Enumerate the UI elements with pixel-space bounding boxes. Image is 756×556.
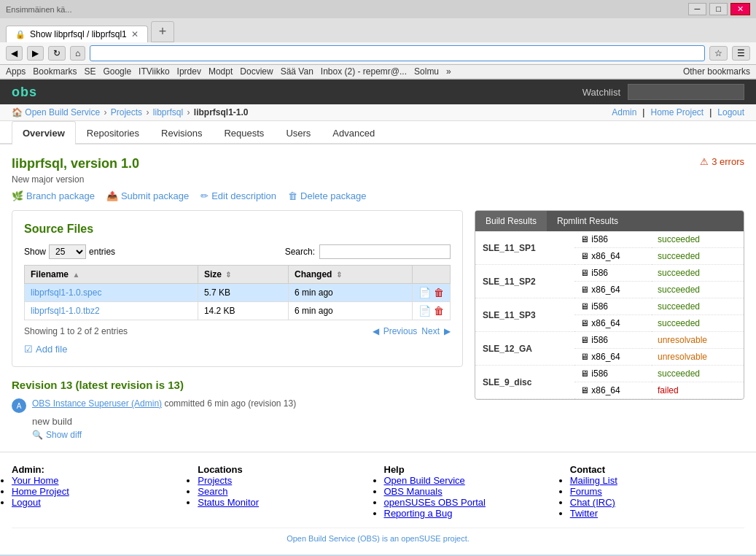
menu-btn[interactable]: ☰ <box>732 46 750 61</box>
minimize-btn[interactable]: ─ <box>688 3 707 15</box>
footer-link-mailing[interactable]: Mailing List <box>570 475 617 486</box>
files-search-input[interactable] <box>319 244 451 259</box>
breadcrumb-obs[interactable]: Open Build Service <box>25 107 100 117</box>
breadcrumb-home-project[interactable]: Home Project <box>650 107 704 117</box>
showing-text: Showing 1 to 2 of 2 entries <box>24 326 128 336</box>
maximize-btn[interactable]: □ <box>709 3 728 15</box>
bookmark-apps[interactable]: Apps <box>6 66 26 77</box>
nav-bar: ◀ ▶ ↻ ⌂ https://172.17.64.195/package/sh… <box>0 42 756 65</box>
footer-help-title: Help <box>384 464 558 475</box>
col-size[interactable]: Size ⇕ <box>198 266 288 284</box>
footer-link-opensuse-portal[interactable]: openSUSEs OBS Portal <box>384 497 486 508</box>
bookmark-modpt[interactable]: Modpt <box>209 66 233 77</box>
arch-cell: 🖥 x86_64 <box>574 248 652 265</box>
breadcrumb-project[interactable]: libprfsql <box>153 107 183 117</box>
tab-close-btn[interactable]: ✕ <box>131 29 139 39</box>
bookmark-other[interactable]: Other bookmarks <box>683 66 750 77</box>
show-diff-link[interactable]: 🔍 Show diff <box>32 430 463 440</box>
arch-label: i586 <box>591 335 608 345</box>
watchlist-input[interactable] <box>628 84 744 100</box>
back-btn[interactable]: ◀ <box>6 46 23 61</box>
footer-locations-title: Locations <box>198 464 372 475</box>
submit-package-link[interactable]: 📤 Submit package <box>106 190 189 201</box>
prev-label[interactable]: Previous <box>383 326 418 336</box>
rpmlint-results-tab[interactable]: Rpmlint Results <box>547 211 628 231</box>
branch-package-link[interactable]: 🌿 Branch package <box>12 190 95 201</box>
tab-users[interactable]: Users <box>275 121 322 144</box>
footer-link-reporting[interactable]: Reporting a Bug <box>384 508 453 519</box>
col-filename[interactable]: Filename ▲ <box>25 266 198 284</box>
file-link-tbz2[interactable]: libprfsql1-1.0.tbz2 <box>31 306 100 316</box>
bookmark-docview[interactable]: Docview <box>240 66 273 77</box>
footer-link-home-project[interactable]: Home Project <box>12 486 69 497</box>
file-size-cell: 5.7 KB <box>198 284 288 302</box>
revision-author[interactable]: OBS Instance Superuser (Admin) <box>32 398 162 409</box>
delete-package-link[interactable]: 🗑 Delete package <box>288 190 366 201</box>
edit-description-link[interactable]: ✏ Edit description <box>200 190 276 201</box>
next-btn[interactable]: ▶ <box>444 326 451 336</box>
footer-link-obs-manuals[interactable]: OBS Manuals <box>384 486 443 497</box>
revision-entry: A OBS Instance Superuser (Admin) committ… <box>12 398 463 413</box>
footer-link-forums[interactable]: Forums <box>570 486 602 497</box>
new-tab-btn[interactable]: + <box>151 21 175 42</box>
tab-requests[interactable]: Requests <box>213 121 275 144</box>
footer-link-chat[interactable]: Chat (IRC) <box>570 497 615 508</box>
edit-label: Edit description <box>211 190 276 201</box>
bookmark-se[interactable]: SE <box>84 66 96 77</box>
tab-favicon: 🔒 <box>15 30 26 39</box>
breadcrumb-logout[interactable]: Logout <box>717 107 744 117</box>
entries-select[interactable]: 25 50 100 <box>49 244 86 259</box>
files-table: Filename ▲ Size ⇕ Changed ⇕ <box>24 265 451 320</box>
file-size-cell: 14.2 KB <box>198 302 288 320</box>
bookmark-bookmarks[interactable]: Bookmarks <box>33 66 77 77</box>
build-results-tab[interactable]: Build Results <box>475 211 547 231</box>
footer-link-your-home[interactable]: Your Home <box>12 475 59 486</box>
footer-link-twitter[interactable]: Twitter <box>570 508 598 519</box>
file-view-icon[interactable]: 📄 <box>418 287 431 298</box>
close-btn[interactable]: ✕ <box>730 3 750 15</box>
footer-link-status-monitor[interactable]: Status Monitor <box>198 497 259 508</box>
diff-icon: 🔍 <box>32 430 43 440</box>
footer-link-logout[interactable]: Logout <box>12 497 41 508</box>
footer-link-search[interactable]: Search <box>198 486 227 497</box>
status-badge: succeeded <box>658 268 700 278</box>
bookmark-solmu[interactable]: Solmu <box>414 66 439 77</box>
add-file-link[interactable]: ☑ Add file <box>24 344 451 355</box>
address-input[interactable]: https://172.17.64.195/package/show?packa… <box>90 45 705 61</box>
bookmark-itviikko[interactable]: ITViikko <box>139 66 169 77</box>
file-view-icon[interactable]: 📄 <box>418 305 431 317</box>
list-item: Twitter <box>570 508 744 519</box>
tab-advanced[interactable]: Advanced <box>322 121 386 144</box>
bookmark-saa-van[interactable]: Sää Van <box>281 66 313 77</box>
file-delete-icon[interactable]: 🗑 <box>434 305 444 317</box>
arch-cell: 🖥 x86_64 <box>574 282 652 298</box>
footer-link-projects[interactable]: Projects <box>198 475 232 486</box>
show-label: Show <box>24 247 46 257</box>
prev-btn[interactable]: ◀ <box>373 326 379 336</box>
breadcrumb-projects[interactable]: Projects <box>111 107 142 117</box>
tabs-nav: Overview Repositories Revisions Requests… <box>0 121 756 144</box>
col-changed[interactable]: Changed ⇕ <box>289 266 413 284</box>
tab-overview[interactable]: Overview <box>12 121 76 144</box>
reload-btn[interactable]: ↻ <box>48 46 66 61</box>
file-delete-icon[interactable]: 🗑 <box>434 287 444 298</box>
bookmark-google[interactable]: Google <box>103 66 131 77</box>
browser-tab[interactable]: 🔒 Show libprfsql / libprfsql1 ✕ <box>6 26 148 42</box>
tab-revisions[interactable]: Revisions <box>150 121 213 144</box>
bookmark-inbox[interactable]: Inbox (2) - repemr@... <box>321 66 407 77</box>
forward-btn[interactable]: ▶ <box>27 46 44 61</box>
breadcrumb-admin[interactable]: Admin <box>612 107 636 117</box>
arch-icon: 🖥 <box>580 251 589 261</box>
next-label[interactable]: Next <box>421 326 440 336</box>
footer-link-obs[interactable]: Open Build Service <box>384 475 465 486</box>
branch-icon: 🌿 <box>12 190 23 201</box>
file-link-spec[interactable]: libprfsql1-1.0.spec <box>31 287 101 298</box>
status-badge: succeeded <box>658 251 700 261</box>
source-files-title: Source Files <box>24 223 451 236</box>
bookmark-more[interactable]: » <box>446 66 451 77</box>
tab-repositories[interactable]: Repositories <box>76 121 150 144</box>
list-item: OBS Manuals <box>384 486 558 497</box>
bookmark-iprdev[interactable]: Iprdev <box>177 66 201 77</box>
home-btn[interactable]: ⌂ <box>70 46 85 61</box>
bookmark-btn[interactable]: ☆ <box>709 46 728 61</box>
